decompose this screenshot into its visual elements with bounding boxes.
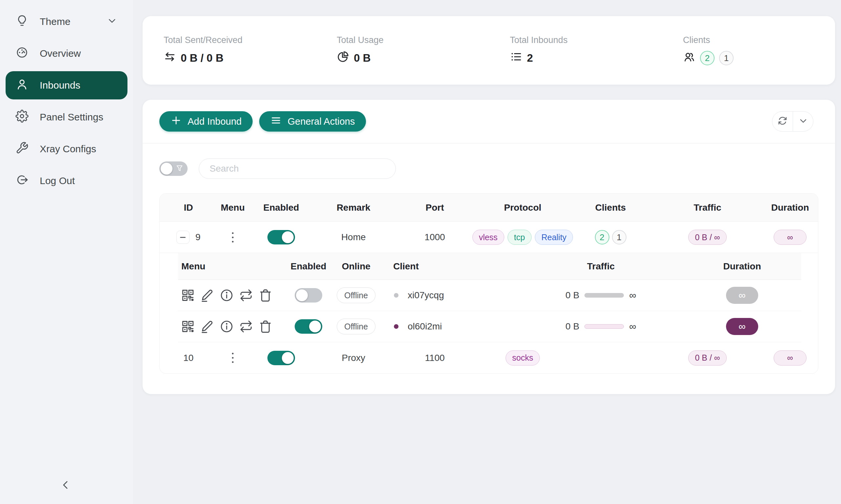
row-id: 10	[183, 353, 193, 363]
list-icon	[510, 51, 522, 66]
sidebar-item-label: Log Out	[40, 175, 75, 186]
sidebar-item-label: Overview	[40, 48, 81, 59]
duration-tag[interactable]: ∞	[774, 350, 807, 365]
protocol-tag: tcp	[508, 230, 532, 245]
subcol-header-enabled: Enabled	[289, 261, 328, 272]
subcol-header-online: Online	[328, 261, 384, 272]
filter-toggle[interactable]	[159, 161, 188, 176]
qrcode-icon[interactable]	[181, 288, 195, 303]
row-port: 1000	[425, 232, 445, 242]
clients-enabled-badge: 2	[595, 230, 610, 245]
inbound-enabled-toggle[interactable]	[268, 230, 295, 245]
subcol-header-menu: Menu	[178, 261, 289, 272]
edit-icon[interactable]	[200, 319, 214, 334]
sidebar-item-log-out[interactable]: Log Out	[5, 167, 127, 195]
refresh-dropdown-button[interactable]	[793, 111, 813, 131]
sidebar-item-inbounds[interactable]: Inbounds	[5, 71, 127, 100]
info-icon[interactable]	[220, 319, 234, 334]
row-menu-button[interactable]	[229, 350, 236, 365]
stat-sent-received: Total Sent/Received 0 B / 0 B	[142, 35, 316, 66]
info-icon[interactable]	[220, 288, 234, 303]
traffic-limit: ∞	[629, 321, 636, 332]
inbound-enabled-toggle[interactable]	[268, 351, 295, 365]
subcol-header-client: Client	[384, 261, 519, 272]
stat-inbounds: Total Inbounds 2	[489, 35, 662, 66]
toolbar: Add Inbound General Actions	[142, 100, 835, 143]
traffic-tag: 0 B / ∞	[688, 350, 726, 365]
stat-value: 2	[527, 52, 533, 64]
client-enabled-toggle[interactable]	[295, 288, 322, 303]
menu-lines-icon	[270, 115, 281, 128]
refresh-button[interactable]	[772, 111, 793, 131]
pie-chart-icon	[337, 51, 349, 66]
user-icon	[15, 78, 29, 93]
col-header-port: Port	[393, 202, 477, 213]
traffic-progress-bar	[584, 324, 624, 329]
edit-icon[interactable]	[200, 288, 214, 303]
online-status-badge: Offline	[337, 319, 376, 335]
toggle-knob	[309, 321, 321, 332]
sidebar-item-panel-settings[interactable]: Panel Settings	[5, 103, 127, 131]
sidebar-item-label: Theme	[40, 16, 70, 27]
traffic-limit: ∞	[629, 290, 636, 301]
stats-card: Total Sent/Received 0 B / 0 B Total Usag…	[142, 16, 835, 85]
table-row: 9 Home 1000 vless tcp Reality 2	[160, 222, 818, 253]
gauge-icon	[15, 46, 29, 61]
chevron-down-icon	[106, 15, 118, 29]
col-header-enabled: Enabled	[248, 202, 314, 213]
sidebar-item-xray-configs[interactable]: Xray Configs	[5, 135, 127, 163]
traffic-used: 0 B	[565, 321, 579, 332]
row-id: 9	[195, 232, 201, 242]
add-inbound-button[interactable]: Add Inbound	[159, 111, 253, 131]
traffic-used: 0 B	[565, 290, 579, 301]
delete-icon[interactable]	[258, 319, 273, 334]
stat-clients: Clients 2 1	[662, 35, 835, 66]
search-input[interactable]	[199, 159, 396, 179]
stat-label: Total Inbounds	[510, 35, 662, 45]
row-menu-button[interactable]	[229, 230, 236, 245]
toggle-knob	[282, 231, 294, 243]
client-name: ol60i2mi	[408, 321, 442, 332]
stat-label: Total Sent/Received	[164, 35, 316, 45]
subcol-header-duration: Duration	[683, 261, 801, 272]
toggle-knob	[161, 163, 172, 175]
reset-traffic-icon[interactable]	[239, 319, 253, 334]
sidebar-collapse-button[interactable]	[56, 476, 75, 495]
traffic-progress-bar	[584, 293, 624, 298]
funnel-icon	[175, 164, 184, 174]
reset-traffic-icon[interactable]	[239, 288, 253, 303]
chevron-down-icon	[798, 115, 808, 127]
clients-subtable: Menu Enabled Online Client Traffic Durat…	[160, 253, 818, 342]
add-inbound-label: Add Inbound	[188, 116, 241, 127]
col-header-protocol: Protocol	[477, 202, 569, 213]
duration-badge[interactable]: ∞	[726, 318, 758, 335]
qrcode-icon[interactable]	[181, 319, 195, 334]
stat-usage: Total Usage 0 B	[316, 35, 489, 66]
transfer-arrows-icon	[164, 51, 176, 66]
table-header-row: ID Menu Enabled Remark Port Protocol Cli…	[160, 194, 818, 222]
client-status-dot	[394, 293, 398, 298]
collapse-row-button[interactable]	[176, 231, 190, 244]
wrench-icon	[15, 141, 29, 157]
stat-label: Clients	[683, 35, 835, 45]
duration-tag[interactable]: ∞	[774, 230, 807, 245]
protocol-tag: Reality	[535, 230, 573, 245]
lightbulb-icon	[15, 14, 29, 30]
client-enabled-toggle[interactable]	[295, 319, 322, 334]
subcol-header-traffic: Traffic	[519, 261, 683, 272]
sidebar-item-theme[interactable]: Theme	[5, 7, 127, 36]
toggle-knob	[296, 289, 308, 301]
plus-icon	[171, 115, 182, 128]
row-port: 1100	[425, 353, 445, 363]
clients-disabled-badge: 1	[612, 230, 627, 245]
col-header-duration: Duration	[762, 202, 818, 213]
refresh-split-button	[772, 111, 813, 131]
delete-icon[interactable]	[258, 288, 273, 303]
inbounds-table: ID Menu Enabled Remark Port Protocol Cli…	[159, 193, 818, 374]
general-actions-button[interactable]: General Actions	[259, 111, 366, 131]
sidebar-item-overview[interactable]: Overview	[5, 39, 127, 68]
stat-value: 0 B	[354, 52, 371, 64]
gear-icon	[15, 110, 29, 125]
table-row: 10 Proxy 1100 socks 0 B / ∞ ∞	[160, 342, 818, 373]
duration-badge[interactable]: ∞	[726, 287, 758, 304]
